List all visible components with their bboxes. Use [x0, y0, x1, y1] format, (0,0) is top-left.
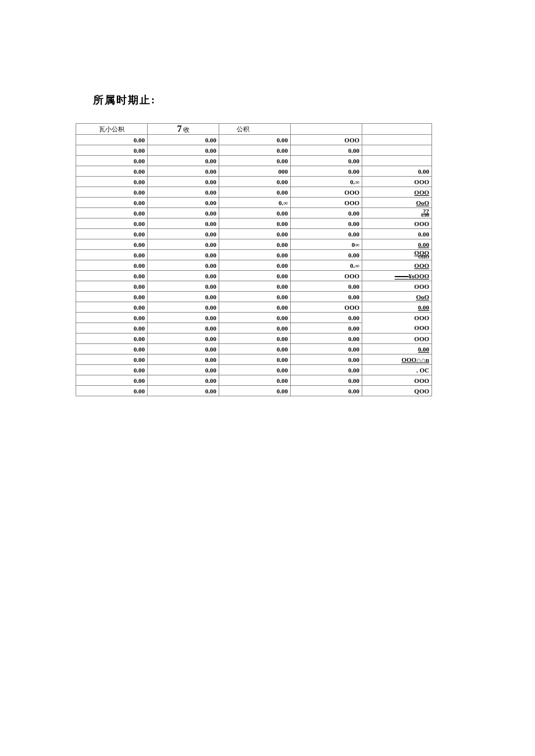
cell: 0.00 [76, 354, 148, 365]
cell: 0.00 [148, 135, 219, 145]
cell: 0.00 [148, 187, 219, 198]
cell: 0.00 [148, 208, 219, 218]
cell: 0.00 [219, 250, 291, 260]
hdr-c2: 公积 [219, 124, 291, 135]
cell: 0.00 [148, 198, 219, 208]
cell: 0.00 [219, 260, 291, 271]
cell: 0.00 [148, 344, 219, 354]
cell: 0.00 [76, 218, 148, 229]
cell: OOO [362, 323, 432, 334]
cell: 0.00 [148, 250, 219, 260]
cell: 0.00 [291, 166, 362, 177]
cell: . OC [362, 365, 432, 375]
cell: 0.00I [362, 302, 432, 313]
cell: 0.00 [148, 354, 219, 365]
table-row: 0.000.000.000.00OOOOIIOI [76, 250, 432, 260]
cell: 0.00 [148, 156, 219, 166]
cell: 0.00 [291, 386, 362, 396]
cell: 0.00 [219, 354, 291, 365]
cell: 0.00 [219, 323, 291, 334]
hdr-c3 [291, 124, 362, 135]
cell: 0.00 [219, 187, 291, 198]
cell: 0.00 [291, 218, 362, 229]
cell: OOO [362, 375, 432, 386]
cell [362, 135, 432, 145]
cell: 0.00 [76, 166, 148, 177]
table-row: 0.000.000.000.000.00 [76, 229, 432, 239]
cell [362, 145, 432, 156]
cell: 0.00 [148, 229, 219, 239]
cell: 0.00 [291, 229, 362, 239]
table-row: 0.000.000.000.000.00I [76, 344, 432, 354]
cell: 0.00 [148, 375, 219, 386]
cell: 0.00I [362, 239, 432, 250]
table-row: 0.000.000.000.00QOOI [76, 386, 432, 396]
cell: 0.00 [76, 334, 148, 344]
cell: 0.00 [76, 229, 148, 239]
cell: 0∞ [291, 239, 362, 250]
cell: OOO [362, 334, 432, 344]
table-row: 0.000.000.00OOO---------¥sOOO [76, 271, 432, 281]
table-row: 0.000.000.000.00OOO [76, 218, 432, 229]
cell: OOO [362, 177, 432, 187]
table-row: 0.000.000.000.00OOO [76, 375, 432, 386]
cell: 0.00 [291, 344, 362, 354]
cell: OOO [291, 135, 362, 145]
table-row: 0.000.000.000.00OoO [76, 292, 432, 302]
cell: 0.00 [148, 302, 219, 313]
cell: 0.00 [148, 281, 219, 292]
cell: 0.00 [219, 229, 291, 239]
table-row: 0.000.000.000.00. OC [76, 365, 432, 375]
cell: 0.00 [76, 260, 148, 271]
cell: 0.00 [76, 135, 148, 145]
cell: 0.00 [219, 177, 291, 187]
cell: 0.00 [148, 239, 219, 250]
table-row: 0.000.000.000.00 [76, 145, 432, 156]
cell: 0.00 [76, 187, 148, 198]
cell: OOO [291, 271, 362, 281]
cell: 0.00 [76, 208, 148, 218]
table-row: 0.000.000.000.00OOO [76, 334, 432, 344]
table-row: 0.000.000.000.∞OOO [76, 177, 432, 187]
cell: 0.00 [148, 365, 219, 375]
cell: 0.00 [291, 281, 362, 292]
cell: 0.00 [76, 302, 148, 313]
cell: 0.00 [148, 177, 219, 187]
cell: 0.00 [148, 271, 219, 281]
cell: 0.00 [76, 386, 148, 396]
cell: 0.00 [76, 375, 148, 386]
table-row: 0.000.000.00OOO [76, 135, 432, 145]
cell: 0.00 [148, 292, 219, 302]
cell: 0.00 [291, 354, 362, 365]
cell: 0.00 [76, 239, 148, 250]
cell: OOO [291, 187, 362, 198]
table-row: 0.000.000.000.00OOO [76, 313, 432, 323]
data-table: 瓦小公枳 7收 公积 0.000.000.00OOO0.000.000.000.… [76, 123, 432, 396]
cell: 0.00 [76, 323, 148, 334]
cell: 0.00 [76, 365, 148, 375]
table-row: 0.000.000.000.00 [76, 156, 432, 166]
page-title: 所属时期止: [93, 93, 436, 107]
table-row: 0.000.000.000.00OOO [76, 323, 432, 334]
cell: 0.00 [219, 334, 291, 344]
cell: 0.00 [76, 177, 148, 187]
cell: 0.00 [76, 145, 148, 156]
cell: 0.00 [76, 198, 148, 208]
cell: 0.00 [76, 292, 148, 302]
cell: ??0.00I [362, 208, 432, 218]
cell: ---------¥sOOO [362, 271, 432, 281]
cell: 0.00 [219, 156, 291, 166]
cell: 0.00I [362, 344, 432, 354]
cell: 0.00 [148, 323, 219, 334]
cell: 0.00 [219, 375, 291, 386]
cell: 0.00 [219, 313, 291, 323]
table-row: 0.000.000.00OOOOOO [76, 187, 432, 198]
cell: 0.00 [291, 313, 362, 323]
cell: OoO [362, 292, 432, 302]
cell: OoO [362, 198, 432, 208]
cell: OOO [362, 260, 432, 271]
cell: 0.00 [219, 365, 291, 375]
cell: OOO [362, 218, 432, 229]
cell: 0.00 [148, 260, 219, 271]
cell: 0.00 [148, 386, 219, 396]
